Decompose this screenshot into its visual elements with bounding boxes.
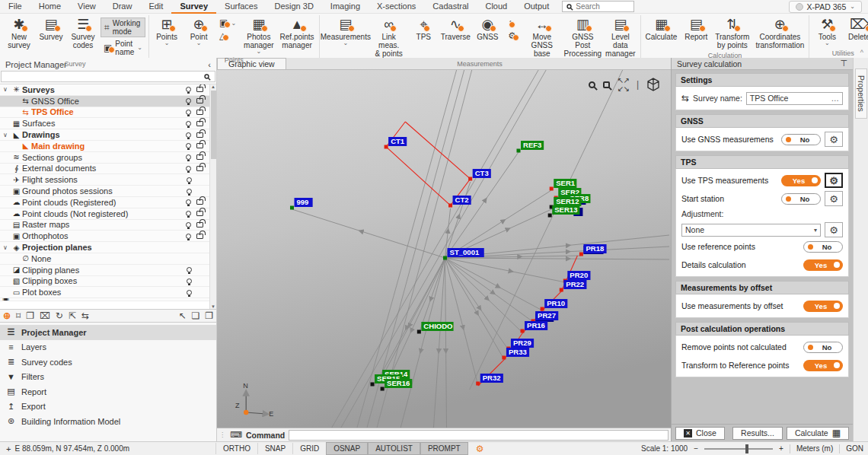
- status-toggle-grid[interactable]: GRID: [292, 443, 326, 454]
- refresh-icon[interactable]: ↻: [56, 310, 63, 321]
- loop-icon[interactable]: ⇆: [81, 310, 89, 321]
- visibility-bulb-icon[interactable]: [186, 222, 191, 228]
- details-calculation-toggle[interactable]: Yes: [803, 259, 843, 271]
- units-selector[interactable]: Meters (m): [796, 444, 833, 453]
- zoom-window-icon[interactable]: [603, 81, 610, 88]
- unlock-icon[interactable]: [196, 110, 203, 115]
- tree-item-surveys[interactable]: ∨✳Surveys: [0, 84, 209, 96]
- new-item-icon[interactable]: ⌑: [16, 310, 21, 321]
- traverse-button[interactable]: ∿Traverse: [439, 15, 471, 43]
- menu-tab-view[interactable]: View: [69, 0, 104, 14]
- image-tool-button[interactable]: ▣⌄: [216, 18, 239, 29]
- select-cursor-icon[interactable]: ↖: [178, 310, 186, 321]
- transform-by-points-button[interactable]: ⇅Transform by points: [712, 15, 752, 51]
- calculate-button[interactable]: ▦Calculate: [643, 15, 681, 43]
- menu-tab-draw[interactable]: Draw: [104, 0, 141, 14]
- zoom-icon[interactable]: [589, 81, 595, 88]
- measurements-button[interactable]: ▤Measurements⌄: [321, 15, 370, 47]
- menu-tab-cadastral[interactable]: Cadastral: [424, 0, 477, 14]
- unlock-icon[interactable]: [196, 143, 203, 148]
- tree-item-clipping-planes[interactable]: ◪Clipping planes: [0, 265, 209, 276]
- visibility-bulb-icon[interactable]: [187, 177, 192, 183]
- ribbon-collapse-icon[interactable]: ^: [860, 49, 863, 56]
- tree-item-none[interactable]: ∅None: [0, 253, 209, 265]
- copy-icon[interactable]: ❐: [26, 310, 34, 321]
- use-gnss-measurements-toggle[interactable]: No: [781, 134, 821, 145]
- menu-tab-design-3d[interactable]: Design 3D: [266, 0, 322, 14]
- menu-tab-surfaces[interactable]: Surfaces: [216, 0, 266, 14]
- sidebar-item-export[interactable]: ↥Export: [0, 399, 216, 415]
- photos-manager-button[interactable]: ▦Photos manager⌄: [241, 15, 276, 56]
- sidebar-item-project-manager[interactable]: ☰Project Manager: [0, 325, 216, 340]
- scale-slider[interactable]: [704, 448, 773, 450]
- working-mode-button[interactable]: ⌗Working mode: [101, 18, 145, 37]
- visibility-bulb-icon[interactable]: [186, 211, 191, 216]
- gnss-post-processing-button[interactable]: ▥GNSS Post Processing: [563, 15, 603, 59]
- tools-button[interactable]: ⚒Tools⌄: [811, 15, 843, 47]
- visibility-bulb-icon[interactable]: [186, 234, 191, 239]
- gear-icon[interactable]: ⚙: [468, 444, 492, 454]
- status-toggle-autolist[interactable]: AUTOLIST: [368, 442, 420, 455]
- pin-icon[interactable]: ⊤: [840, 59, 847, 68]
- zoom-extents-icon[interactable]: ↖↗↙↘: [617, 76, 629, 93]
- menu-tab-home[interactable]: Home: [30, 0, 69, 14]
- scroll-down-icon[interactable]: ▼: [211, 304, 215, 309]
- tree-item-point-clouds-not-registered[interactable]: ☁Point clouds (Not registered): [0, 208, 209, 220]
- menu-tab-output[interactable]: Output: [515, 0, 557, 14]
- tree-item-ground-photos-sessions[interactable]: ▣Ground photos sessions: [0, 186, 209, 197]
- account-button[interactable]: X-PAD 365 ⌄: [789, 1, 862, 13]
- tree-item-clipping-boxes[interactable]: ▧Clipping boxes: [0, 276, 209, 288]
- visibility-bulb-icon[interactable]: [187, 267, 192, 272]
- visibility-bulb-icon[interactable]: [186, 199, 191, 205]
- sidebar-item-survey-codes[interactable]: ≣Survey codes: [0, 355, 216, 370]
- survey-codes-button[interactable]: ☰Survey codes: [67, 15, 99, 51]
- tree-item-gnss-office[interactable]: ⇆GNSS Office: [0, 96, 209, 107]
- visibility-bulb-icon[interactable]: [187, 189, 192, 194]
- tree-item-drawings[interactable]: ∨◣Drawings: [0, 129, 209, 141]
- use-measurements-by-offset-toggle[interactable]: Yes: [803, 301, 843, 312]
- more-button[interactable]: …: [831, 94, 840, 103]
- window-remove-icon[interactable]: ❐: [205, 310, 213, 321]
- report-button[interactable]: ▤Report: [680, 15, 712, 43]
- view-3d-cube-icon[interactable]: [646, 78, 660, 91]
- collapse-icon[interactable]: ∨: [0, 86, 11, 93]
- visibility-bulb-icon[interactable]: [186, 87, 191, 92]
- unlock-icon[interactable]: [196, 154, 203, 160]
- points-button[interactable]: ⊞Points⌄: [151, 15, 183, 47]
- gnss-button[interactable]: ◉GNSS: [471, 15, 503, 43]
- visibility-bulb-icon[interactable]: [186, 143, 191, 148]
- sidebar-item-filters[interactable]: ▼Filters: [0, 370, 216, 385]
- menu-tab-survey[interactable]: Survey: [171, 0, 216, 14]
- collapse-icon[interactable]: ∨: [0, 132, 11, 138]
- remove-points-not-calculated-toggle[interactable]: No: [803, 342, 843, 353]
- tree-item-tps-office[interactable]: ⇆TPS Office: [0, 107, 209, 119]
- ref-points-manager-button[interactable]: ▲Ref.points manager: [277, 15, 318, 51]
- menu-tab-file[interactable]: File: [0, 0, 30, 14]
- sidebar-item-building-information-model[interactable]: ⊛Building Information Model: [0, 414, 216, 429]
- scroll-up-icon[interactable]: ▲: [211, 84, 215, 89]
- tps-button[interactable]: ⌖TPS: [407, 15, 439, 43]
- sidebar-item-report[interactable]: ▤Report: [0, 384, 216, 399]
- angle-unit-selector[interactable]: GON: [846, 444, 863, 453]
- gnss-settings-button[interactable]: ⚙: [505, 30, 519, 42]
- menu-tab-cloud[interactable]: Cloud: [477, 0, 515, 14]
- transform-to-reference-points-toggle[interactable]: Yes: [803, 360, 843, 371]
- delete-button[interactable]: ⌦Delete: [843, 15, 868, 43]
- zoom-in-button[interactable]: +: [779, 444, 783, 453]
- tree-scrollbar[interactable]: ▲ ▼: [209, 84, 216, 309]
- status-toggle-ortho[interactable]: ORTHO: [215, 443, 257, 454]
- tree-item-surfaces[interactable]: ▦Surfaces: [0, 118, 209, 129]
- visibility-bulb-icon[interactable]: [186, 166, 191, 171]
- use-tps-measurements-toggle[interactable]: Yes: [781, 175, 821, 186]
- tree-item-main-drawing[interactable]: ◣Main drawing: [0, 141, 209, 152]
- point-button[interactable]: ⊕Point⌄: [183, 15, 215, 47]
- survey-button[interactable]: ▤Survey: [35, 15, 67, 43]
- unlock-icon[interactable]: [196, 87, 203, 92]
- visibility-bulb-icon[interactable]: [187, 278, 192, 284]
- start-station-settings-button[interactable]: ⚙: [825, 191, 843, 206]
- use-gnss-measurements-settings-button[interactable]: ⚙: [825, 132, 843, 147]
- adjustment-dropdown[interactable]: None▾: [681, 224, 821, 237]
- graphic-view-canvas[interactable]: CT1CT3CT2REF3999ST_0001SER1SER2SER8SER12…: [217, 70, 671, 428]
- move-gnss-base-button[interactable]: ↔Move GNSS base: [521, 15, 563, 59]
- send-icon[interactable]: ⇱: [69, 310, 76, 321]
